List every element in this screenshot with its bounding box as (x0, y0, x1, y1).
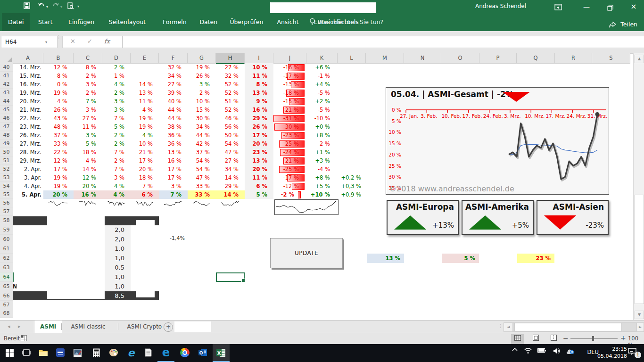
row-header-62[interactable]: 62 (0, 254, 13, 263)
edge-icon[interactable]: e (157, 344, 174, 362)
grid-cell-E44[interactable]: 11 % (131, 97, 153, 106)
grid-cell-I48[interactable]: 17 % (245, 131, 267, 140)
sheet-tab-asmi-classic[interactable]: ASMI classic (65, 321, 111, 333)
grid-cell-C48[interactable]: 3 % (74, 131, 96, 140)
select-all-corner[interactable] (0, 53, 13, 64)
grid-cell-J50[interactable]: -24 % (273, 148, 305, 156)
grid-cell-C52[interactable]: 14 % (74, 165, 96, 173)
insert-function-icon[interactable]: fx (104, 38, 110, 45)
share-button[interactable]: Teilen (609, 18, 637, 31)
grid-cell-J46[interactable]: -31 % (273, 114, 305, 123)
grid-cell-H52[interactable]: 34 % (216, 165, 239, 173)
grid-cell-B40[interactable]: 12 % (43, 63, 67, 72)
grid-cell-K41[interactable]: -1 % (306, 72, 330, 80)
grid-cell-D42[interactable]: 4 % (102, 80, 124, 89)
grid-cell-B47[interactable]: 48 % (43, 123, 67, 131)
excel-icon[interactable]: X (213, 344, 230, 362)
grid-cell-H47[interactable]: 56 % (216, 123, 239, 131)
grid-cell-F44[interactable]: 40 % (159, 97, 182, 106)
grid-cell-D54[interactable]: 4 % (102, 182, 124, 190)
macro-record-icon[interactable] (21, 335, 27, 343)
grid-cell-K47[interactable]: +0 % (306, 123, 330, 131)
horizontal-scroll-thumb[interactable] (514, 323, 622, 331)
grid-cell-J42[interactable]: -13 % (273, 80, 305, 89)
grid-cell-C40[interactable]: 8 % (74, 63, 96, 72)
grid-cell-G47[interactable]: 34 % (188, 123, 210, 131)
grid-cell-I51[interactable]: 13 % (245, 156, 267, 165)
row-header-45[interactable]: 45 (0, 106, 13, 114)
chrome-icon[interactable] (176, 344, 193, 361)
ribbon-tab-ansicht[interactable]: Ansicht (271, 13, 305, 31)
grid-cell-H40[interactable]: 27 % (216, 63, 239, 72)
grid-cell-A41[interactable]: 15. Mrz. (13, 72, 41, 80)
grid-cell-H45[interactable]: 52 % (216, 106, 239, 114)
column-header-M[interactable]: M (366, 53, 404, 64)
grid-cell-D41[interactable]: 1 % (102, 72, 124, 80)
column-header-G[interactable]: G (188, 53, 216, 64)
column-header-D[interactable]: D (102, 53, 131, 64)
grid-cell-J51[interactable]: -21 % (273, 156, 305, 165)
undo-icon[interactable] (38, 2, 45, 11)
grid-cell-H42[interactable]: 52 % (216, 80, 239, 89)
row-header-56[interactable]: 56 (0, 199, 13, 207)
ribbon-tab-datei[interactable]: Datei (2, 13, 30, 31)
row-header-49[interactable]: 49 (0, 140, 13, 148)
grid-cell-D46[interactable]: 7 % (102, 114, 124, 123)
grid-cell-A52[interactable]: 2. Apr. (13, 165, 41, 173)
grid-cell-E54[interactable]: 7 % (131, 182, 153, 190)
grid-cell-G42[interactable]: 3 % (188, 80, 210, 89)
grid-cell-K42[interactable]: +4 % (306, 80, 330, 89)
formula-input[interactable] (123, 36, 644, 48)
grid-cell-C54[interactable]: 20 % (74, 182, 96, 190)
column-header-S[interactable]: S (592, 53, 630, 64)
notification-badge[interactable]: 1 (635, 352, 641, 358)
grid-cell-C41[interactable]: 2 % (74, 72, 96, 80)
weight-cell-59[interactable]: 2,0 (103, 225, 124, 235)
grid-cell-F54[interactable]: 3 % (159, 182, 182, 190)
calculator-icon[interactable] (88, 344, 105, 361)
column-header-C[interactable]: C (74, 53, 102, 64)
scroll-down-icon[interactable]: ▼ (635, 311, 644, 319)
grid-cell-J55[interactable]: -2 % (273, 190, 305, 199)
sheet-tab-asmi-crypto[interactable]: ASMI Crypto (122, 321, 168, 333)
grid-cell-I47[interactable]: 26 % (245, 123, 267, 131)
clock[interactable]: 23:15 05.04.2018 (597, 346, 627, 360)
hscroll-splitter[interactable]: ⋮ (498, 323, 503, 329)
row-header-64[interactable]: 64 (0, 272, 14, 282)
grid-cell-E51[interactable]: 17 % (131, 156, 153, 165)
grid-cell-G40[interactable]: 19 % (188, 63, 210, 72)
grid-cell-D50[interactable]: 7 % (102, 148, 124, 156)
name-box[interactable]: H64 (1, 36, 58, 48)
grid-cell-L54[interactable]: +0,3 % (338, 182, 361, 190)
grid-cell-A47[interactable]: 23. Mrz. (13, 123, 41, 131)
grid-cell-K40[interactable]: +6 % (306, 63, 330, 72)
grid-cell-E46[interactable]: 19 % (131, 114, 153, 123)
grid-cell-H54[interactable]: 29 % (216, 182, 239, 190)
grid-cell-B48[interactable]: 37 % (43, 131, 67, 140)
row-header-58[interactable]: 58 (0, 216, 13, 225)
grid-cell-G48[interactable]: 44 % (188, 131, 210, 140)
tray-chevron-icon[interactable] (512, 347, 518, 354)
task-view-button[interactable] (18, 344, 35, 361)
grid-cell-C49[interactable]: 5 % (74, 140, 96, 148)
grid-cell-A48[interactable]: 26. Mrz. (13, 131, 41, 140)
grid-cell-D47[interactable]: 5 % (102, 123, 124, 131)
ribbon-display-options-icon[interactable] (548, 1, 569, 15)
grid-cell-J44[interactable]: -15 % (273, 97, 305, 106)
grid-cell-D55[interactable]: 4 % (102, 190, 131, 199)
vertical-scroll-thumb[interactable] (635, 195, 644, 304)
grid-cell-C53[interactable]: 12 % (74, 173, 96, 182)
grid-cell-D49[interactable]: 2 % (102, 140, 124, 148)
row-header-60[interactable]: 60 (0, 235, 13, 244)
grid-cell-B41[interactable]: 8 % (43, 72, 67, 80)
grid-cell-F53[interactable]: 17 % (159, 173, 182, 182)
grid-cell-B46[interactable]: 43 % (43, 114, 67, 123)
grid-cell-I42[interactable]: 8 % (245, 80, 267, 89)
grid-cell-A50[interactable]: 28. Mrz. (13, 148, 41, 156)
weight-cell-63[interactable]: 0,5 (103, 263, 124, 272)
grid-cell-J45[interactable]: -21 % (273, 106, 305, 114)
page-layout-view-icon[interactable] (529, 334, 542, 344)
grid-cell-D53[interactable]: 3 % (102, 173, 124, 182)
normal-view-icon[interactable] (511, 334, 524, 344)
grid-cell-K50[interactable]: +1 % (306, 148, 330, 156)
